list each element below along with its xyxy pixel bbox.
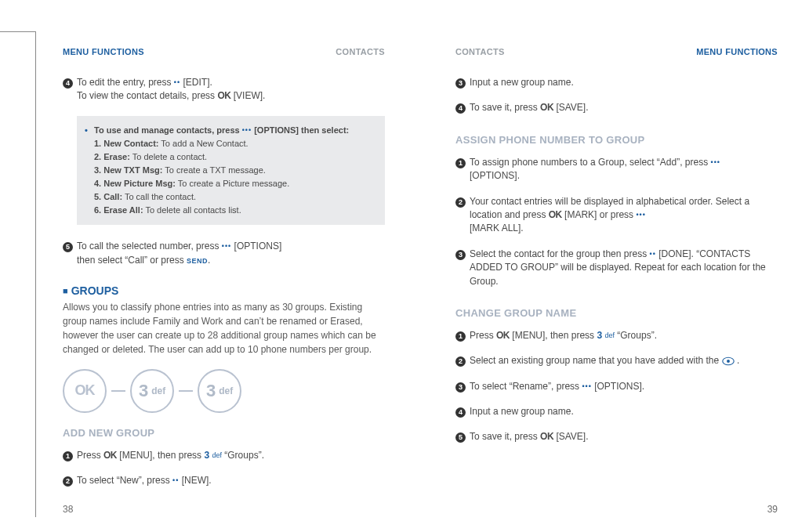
step-bullet: 1 — [63, 449, 77, 462]
thumbstick-icon — [722, 356, 735, 366]
box-item-6: 6. Erase All: To delete all contacts lis… — [94, 204, 374, 217]
three-dots-icon: ••• — [222, 242, 231, 250]
key-3-icon: 3def — [198, 369, 241, 413]
r-step-3: 3 Input a new group name. — [455, 76, 778, 89]
page-number-right: 39 — [767, 504, 778, 515]
page-right: CONTACTS MENU FUNCTIONS 3 Input a new gr… — [455, 47, 778, 508]
assign-heading: ASSIGN PHONE NUMBER TO GROUP — [455, 134, 778, 146]
key-link-icon — [111, 390, 125, 392]
left-step-4: 4 To edit the entry, press •• [EDIT]. To… — [63, 76, 385, 103]
rh-contacts: CONTACTS — [336, 47, 385, 56]
box-item-4: 4. New Picture Msg: To create a Picture … — [94, 177, 374, 190]
step-bullet: 2 — [455, 195, 470, 236]
box-item-5: 5. Call: To call the contact. — [94, 190, 374, 204]
step-bullet: 2 — [63, 474, 77, 487]
step-body: Your contact entries will be displayed i… — [470, 195, 778, 236]
step-body: To call the selected number, press ••• [… — [77, 240, 385, 267]
step-body: Press OK [MENU], then press 3 def “Group… — [470, 329, 778, 342]
step-body: To assign phone numbers to a Group, sele… — [470, 156, 778, 183]
page-number-left: 38 — [63, 504, 73, 515]
ok-key-icon: OK — [63, 369, 107, 413]
add-new-group-heading: ADD NEW GROUP — [63, 427, 385, 439]
step-body: To select “Rename”, press ••• [OPTIONS]. — [470, 380, 778, 393]
running-head-right: CONTACTS MENU FUNCTIONS — [455, 47, 778, 56]
step-body: To edit the entry, press •• [EDIT]. To v… — [77, 76, 385, 103]
step-body: Select the contact for the group then pr… — [470, 248, 778, 288]
box-lead: • To use and manage contacts, press ••• … — [94, 124, 374, 137]
groups-paragraph: Allows you to classify phone entries int… — [63, 300, 385, 356]
key-link-icon — [179, 390, 193, 392]
change-step-2: 2 Select an existing group name that you… — [455, 354, 778, 367]
step-bullet: 3 — [455, 380, 470, 393]
step-body: Input a new group name. — [470, 76, 778, 89]
assign-step-2: 2 Your contact entries will be displayed… — [455, 195, 778, 236]
ang-step-2: 2 To select “New”, press •• [NEW]. — [63, 474, 385, 487]
change-step-3: 3 To select “Rename”, press ••• [OPTIONS… — [455, 380, 778, 393]
step-body: To save it, press OK [SAVE]. — [470, 430, 778, 443]
two-dots-icon: •• — [649, 250, 655, 258]
rh-menu-functions: MENU FUNCTIONS — [63, 47, 144, 56]
step-body: To select “New”, press •• [NEW]. — [77, 474, 385, 487]
running-head-left: MENU FUNCTIONS CONTACTS — [63, 47, 385, 56]
ok-icon: OK — [217, 90, 230, 101]
step-body: Press OK [MENU], then press 3 def “Group… — [77, 449, 385, 462]
three-dots-icon: ••• — [636, 211, 645, 219]
two-dots-icon: •• — [172, 477, 179, 485]
key-3-inline-icon: 3 — [597, 330, 602, 341]
box-item-1: 1. New Contact: To add a New Contact. — [94, 137, 374, 150]
svg-point-1 — [727, 360, 730, 363]
step-body: Select an existing group name that you h… — [470, 354, 778, 367]
three-dots-icon: ••• — [711, 158, 720, 166]
step-bullet: 4 — [63, 76, 77, 103]
step-bullet: 1 — [455, 329, 470, 342]
step-body: Input a new group name. — [470, 405, 778, 418]
step-bullet: 4 — [455, 101, 470, 114]
crop-mark-h — [0, 31, 35, 32]
change-step-1: 1 Press OK [MENU], then press 3 def “Gro… — [455, 329, 778, 342]
options-box: • To use and manage contacts, press ••• … — [77, 116, 385, 225]
change-heading: CHANGE GROUP NAME — [455, 307, 778, 319]
send-icon: SEND — [187, 257, 208, 265]
key-3-icon: 3def — [130, 369, 174, 413]
rh-menu-functions: MENU FUNCTIONS — [696, 47, 778, 56]
ang-step-1: 1 Press OK [MENU], then press 3 def “Gro… — [63, 449, 385, 462]
step-bullet: 5 — [455, 430, 470, 443]
step-bullet: 1 — [455, 156, 470, 183]
box-item-2: 2. Erase: To delete a contact. — [94, 150, 374, 164]
groups-heading: ■GROUPS — [63, 284, 385, 297]
step-bullet: 4 — [455, 405, 470, 418]
ok-icon: OK — [540, 102, 553, 113]
ok-icon: OK — [103, 450, 117, 461]
box-item-3: 3. New TXT Msg: To create a TXT message. — [94, 164, 374, 177]
key-sequence: OK 3def 3def — [63, 369, 385, 413]
crop-mark-v — [35, 31, 36, 517]
step-bullet: 2 — [455, 354, 470, 367]
ok-icon: OK — [496, 330, 510, 341]
assign-step-3: 3 Select the contact for the group then … — [455, 248, 778, 288]
change-step-5: 5 To save it, press OK [SAVE]. — [455, 430, 778, 443]
r-step-4: 4 To save it, press OK [SAVE]. — [455, 101, 778, 114]
step-bullet: 5 — [63, 240, 77, 267]
left-step-5: 5 To call the selected number, press •••… — [63, 240, 385, 267]
three-dots-icon: ••• — [242, 126, 252, 134]
step-body: To save it, press OK [SAVE]. — [470, 101, 778, 114]
ok-icon: OK — [540, 431, 553, 442]
key-3-inline-icon: 3 — [204, 450, 209, 461]
spread: MENU FUNCTIONS CONTACTS 4 To edit the en… — [63, 47, 778, 508]
step-bullet: 3 — [455, 76, 470, 89]
step-bullet: 3 — [455, 248, 470, 288]
ok-icon: OK — [549, 209, 562, 220]
three-dots-icon: ••• — [582, 382, 591, 390]
change-step-4: 4 Input a new group name. — [455, 405, 778, 418]
two-dots-icon: •• — [174, 78, 180, 86]
assign-step-1: 1 To assign phone numbers to a Group, se… — [455, 156, 778, 183]
rh-contacts: CONTACTS — [455, 47, 505, 56]
page-left: MENU FUNCTIONS CONTACTS 4 To edit the en… — [63, 47, 385, 508]
